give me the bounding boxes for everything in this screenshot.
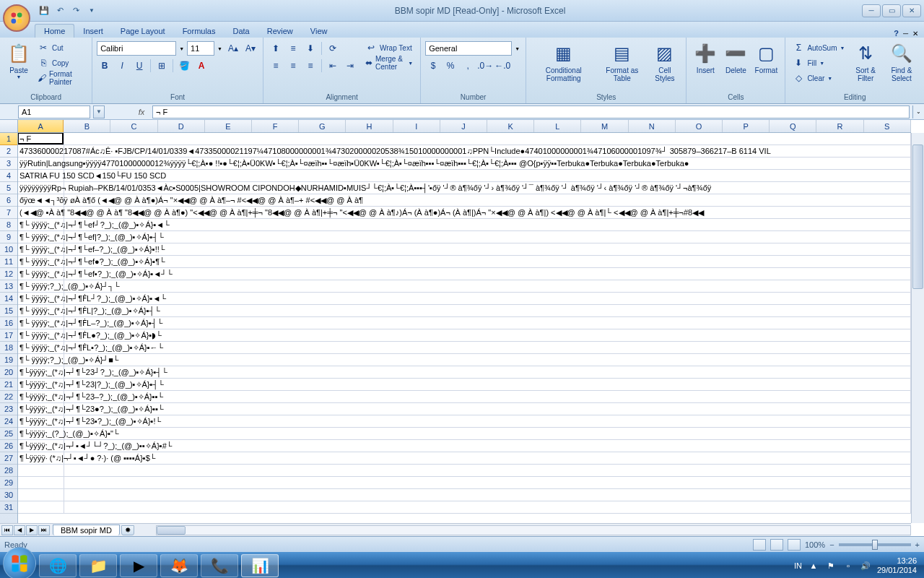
row-header-8[interactable]: 8 <box>0 219 17 231</box>
orientation-icon[interactable]: ⟳ <box>325 40 341 56</box>
table-row[interactable]: ¶└ÿÿÿÿ;_(*♫|¬┘¶└23●?_);_(@_)▪✧Á}▪▪└ <box>18 403 911 415</box>
redo-icon[interactable]: ↷ <box>69 4 82 17</box>
name-box[interactable]: A1 <box>18 105 90 118</box>
office-button[interactable] <box>3 4 30 32</box>
name-box-dropdown[interactable]: ▼ <box>93 105 105 118</box>
grow-font-icon[interactable]: A▴ <box>225 40 241 56</box>
increase-decimal-icon[interactable]: .0→ <box>477 58 493 74</box>
close-button[interactable]: ✕ <box>902 4 921 17</box>
decrease-indent-icon[interactable]: ⇤ <box>325 58 341 74</box>
table-row[interactable]: ÿÿÿÿÿÿÿÿRp¬ Rupiah–PKB/14/01/0353◄Àc▪S00… <box>18 182 911 194</box>
row-header-5[interactable]: 5 <box>0 182 17 194</box>
hscroll-thumb[interactable] <box>157 526 186 535</box>
font-name-combo[interactable]: Calibri <box>97 41 176 56</box>
table-row[interactable]: (◄◀@ ▪À à¶ "8◀◀@ @ À à¶ "8◀◀@ @ À à¶●) "… <box>18 207 911 219</box>
tab-page-layout[interactable]: Page Layout <box>112 25 174 38</box>
col-header-J[interactable]: J <box>440 120 487 132</box>
zoom-in-button[interactable]: + <box>915 540 920 549</box>
sheet-nav-next[interactable]: ▶ <box>26 525 38 535</box>
maximize-button[interactable]: ▭ <box>882 4 901 17</box>
zoom-slider[interactable] <box>839 543 911 546</box>
sort-filter-button[interactable]: ⇅Sort & Filter <box>849 40 881 84</box>
find-select-button[interactable]: 🔍Find & Select <box>884 40 920 84</box>
insert-cells-button[interactable]: ➕Insert <box>691 40 720 76</box>
ribbon-minimize-icon[interactable]: ─ <box>903 30 908 38</box>
row-header-3[interactable]: 3 <box>0 158 17 170</box>
tray-clock[interactable]: 13:26 29/01/2014 <box>877 556 917 575</box>
table-row[interactable]: ¶└ ÿÿÿÿ;_(*♫|¬┘¶ḞL┘?_);_(@_)▪✧Á}▪◄└ <box>18 293 911 305</box>
autosum-button[interactable]: ΣAutoSum▼ <box>790 40 847 55</box>
currency-icon[interactable]: $ <box>425 58 441 74</box>
vertical-scrollbar[interactable] <box>911 133 924 523</box>
table-row[interactable]: ¶└ ÿÿÿÿ;_(*♫|¬┘¶ḞL▪?_);_(@_)▪✧Á}▪←└ <box>18 342 911 354</box>
align-right-icon[interactable]: ≡ <box>302 58 318 74</box>
delete-cells-button[interactable]: ➖Delete <box>721 40 750 76</box>
row-header-12[interactable]: 12 <box>0 268 17 280</box>
table-row[interactable]: ¶└ÿÿÿÿ;_(*♫|¬┘¶└23|?_);_(@_)▪✧Á}▪┤└ <box>18 379 911 391</box>
comma-icon[interactable]: , <box>460 58 476 74</box>
row-header-1[interactable]: 1 <box>0 133 17 145</box>
increase-indent-icon[interactable]: ⇥ <box>342 58 358 74</box>
table-row[interactable]: 473360000217087#Ác♫Ê· ▪FJB/CP/14/01/0339… <box>18 145 911 158</box>
row-header-10[interactable]: 10 <box>0 243 17 256</box>
copy-button[interactable]: ⎘Copy <box>35 56 87 70</box>
align-top-icon[interactable]: ⬆ <box>268 40 284 56</box>
table-row[interactable]: ¶└ ÿÿÿÿ;_(*♫|¬┘¶ḞL●?_);_(@_)▪✧Á}▪◗└ <box>18 329 911 342</box>
normal-view-button[interactable] <box>753 539 766 551</box>
zoom-level[interactable]: 100% <box>805 540 825 549</box>
taskbar-ie[interactable]: 🌐 <box>39 554 77 577</box>
font-color-button[interactable]: A <box>193 58 209 74</box>
new-sheet-button[interactable]: ✸ <box>121 525 134 535</box>
decrease-decimal-icon[interactable]: ←.0 <box>494 58 510 74</box>
cell-styles-button[interactable]: ▨Cell Styles <box>648 40 681 84</box>
table-row[interactable]: ¶└ ÿÿÿÿ;_(*♫|¬┘¶└ef▪?_);_(@_)▪✧Á}▪◄┘└ <box>18 268 911 280</box>
tray-flag-icon[interactable]: ▲ <box>808 560 819 571</box>
tray-lang[interactable]: IN <box>794 561 802 570</box>
col-header-P[interactable]: P <box>723 120 770 132</box>
minimize-button[interactable]: ─ <box>862 4 881 17</box>
sheet-nav-prev[interactable]: ◀ <box>14 525 25 535</box>
col-header-O[interactable]: O <box>676 120 723 132</box>
align-left-icon[interactable]: ≡ <box>268 58 284 74</box>
wrap-text-button[interactable]: ↩Wrap Text <box>362 40 416 55</box>
zoom-thumb[interactable] <box>872 540 878 550</box>
tray-network-icon[interactable]: ▫ <box>842 560 854 571</box>
number-format-combo[interactable]: General <box>425 41 512 56</box>
tab-view[interactable]: View <box>302 25 336 38</box>
table-row[interactable]: ¶└ÿÿÿÿ;_(*♫|¬┘¶└23▪?_);_(@_)▪✧Á}▪!└ <box>18 415 911 428</box>
row-header-9[interactable]: 9 <box>0 231 17 243</box>
table-row[interactable]: ¶└ ÿÿÿÿ;_(*♫|¬┘¶ḞL|?_);_(@_)▪✧Á}▪┤└ <box>18 305 911 317</box>
page-break-view-button[interactable] <box>788 539 801 551</box>
cells-area[interactable]: ¬ F 473360000217087#Ác♫Ê· ▪FJB/CP/14/01/… <box>18 133 911 523</box>
table-row[interactable]: ¶└ÿÿÿÿ;_(*♫|¬┘¶└23–?_);_(@_)▪✧Á}▪▪└ <box>18 391 911 403</box>
ribbon-close-icon[interactable]: ✕ <box>912 30 918 38</box>
sheet-nav-first[interactable]: ⏮ <box>1 525 13 535</box>
row-header-25[interactable]: 25 <box>0 428 17 440</box>
taskbar-whatsapp[interactable]: 📞 <box>201 554 238 577</box>
tray-volume-icon[interactable]: 🔊 <box>860 560 871 571</box>
col-header-L[interactable]: L <box>534 120 581 132</box>
col-header-K[interactable]: K <box>487 120 534 132</box>
fill-color-button[interactable]: 🪣 <box>176 58 192 74</box>
paste-button[interactable]: 📋Paste▼ <box>4 40 33 81</box>
fx-button[interactable]: fx <box>134 105 149 118</box>
table-row[interactable]: ¶└ÿÿÿÿ· (*♫|¬┘▪◄┘● ?·)· (@ ▪▪▪▪Á}▪$└ <box>18 452 911 465</box>
table-row[interactable]: ¶└ ÿÿÿÿ;_(*♫|¬┘¶ḞL–?_);_(@_)▪✧Á}▪┤└ <box>18 317 911 329</box>
help-icon[interactable]: ? <box>894 29 899 38</box>
col-header-B[interactable]: B <box>64 120 110 132</box>
font-size-combo[interactable]: 11 <box>187 41 214 56</box>
align-bottom-icon[interactable]: ⬇ <box>302 40 318 56</box>
col-header-M[interactable]: M <box>581 120 628 132</box>
formula-input[interactable]: ¬ F <box>152 105 910 118</box>
taskbar-media[interactable]: ▶ <box>120 554 157 577</box>
tab-data[interactable]: Data <box>224 25 258 38</box>
table-row[interactable]: ¶└ ÿÿÿÿ;_(*♫|¬┘¶└ef┘?_);_(@_)▪✧Á}▪◄└ <box>18 219 911 231</box>
table-row[interactable]: SATRIA FU 150 SCD◄150└FU 150 SCD <box>18 170 911 182</box>
row-header-30[interactable]: 30 <box>0 489 17 501</box>
horizontal-scrollbar[interactable] <box>156 525 911 535</box>
col-header-D[interactable]: D <box>158 120 205 132</box>
row-header-4[interactable]: 4 <box>0 170 17 182</box>
table-row[interactable] <box>18 501 911 514</box>
table-row[interactable]: ¶└ÿÿÿÿ;_(*♫|¬┘▪◄┘└┘?_);_(@_)▪▪✧Á}▪#└ <box>18 440 911 452</box>
align-middle-icon[interactable]: ≡ <box>285 40 301 56</box>
